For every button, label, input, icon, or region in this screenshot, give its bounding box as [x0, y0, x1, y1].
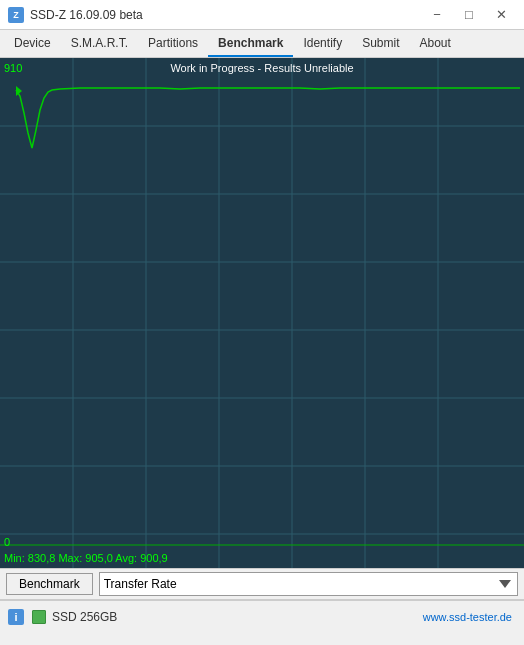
benchmark-chart: Work in Progress - Results Unreliable 91… — [0, 58, 524, 568]
menu-bar: Device S.M.A.R.T. Partitions Benchmark I… — [0, 30, 524, 58]
benchmark-run-button[interactable]: Benchmark — [6, 573, 93, 595]
window-controls: − □ ✕ — [422, 5, 516, 25]
benchmark-controls: Benchmark Transfer Rate IOPS Latency — [0, 568, 524, 600]
menu-benchmark[interactable]: Benchmark — [208, 30, 293, 57]
svg-text:i: i — [14, 611, 17, 623]
maximize-button[interactable]: □ — [454, 5, 484, 25]
menu-device[interactable]: Device — [4, 30, 61, 57]
menu-submit[interactable]: Submit — [352, 30, 409, 57]
chart-y-min: 0 — [4, 536, 10, 548]
status-icon: i — [6, 607, 26, 627]
menu-partitions[interactable]: Partitions — [138, 30, 208, 57]
benchmark-type-select[interactable]: Transfer Rate IOPS Latency — [99, 572, 518, 596]
close-button[interactable]: ✕ — [486, 5, 516, 25]
menu-smart[interactable]: S.M.A.R.T. — [61, 30, 138, 57]
minimize-button[interactable]: − — [422, 5, 452, 25]
info-icon: i — [8, 609, 24, 625]
svg-rect-0 — [0, 58, 524, 568]
title-bar-left: Z SSD-Z 16.09.09 beta — [8, 7, 143, 23]
chart-grid-svg — [0, 58, 524, 568]
ssd-indicator — [32, 610, 46, 624]
status-bar: i SSD 256GB www.ssd-tester.de — [0, 600, 524, 632]
menu-about[interactable]: About — [410, 30, 461, 57]
chart-stats: Min: 830,8 Max: 905,0 Avg: 900,9 — [4, 552, 168, 564]
app-icon: Z — [8, 7, 24, 23]
title-bar: Z SSD-Z 16.09.09 beta − □ ✕ — [0, 0, 524, 30]
app-title: SSD-Z 16.09.09 beta — [30, 8, 143, 22]
chart-title: Work in Progress - Results Unreliable — [0, 62, 524, 74]
website-url: www.ssd-tester.de — [423, 611, 512, 623]
device-label: SSD 256GB — [52, 610, 417, 624]
menu-identify[interactable]: Identify — [293, 30, 352, 57]
